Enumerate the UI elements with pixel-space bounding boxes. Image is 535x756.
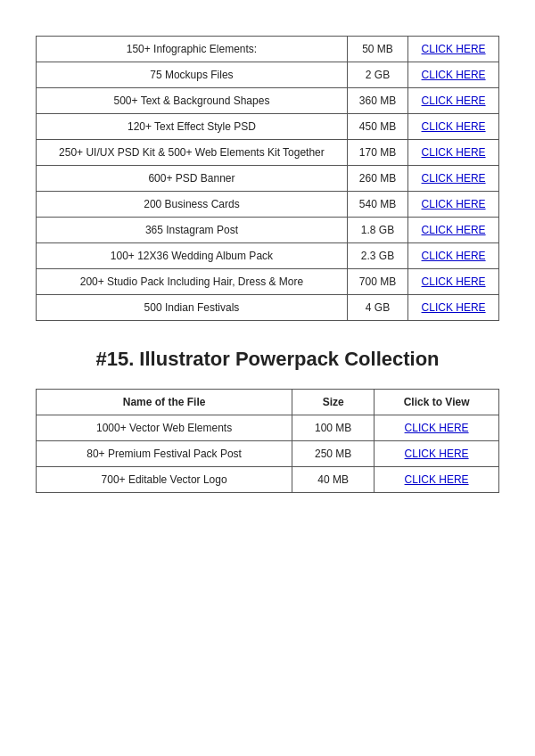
click-here-link[interactable]: CLICK HERE xyxy=(405,422,469,434)
file-size: 260 MB xyxy=(347,166,407,192)
table-row: 200 Business Cards 540 MB CLICK HERE xyxy=(37,192,499,218)
table-row: 150+ Infographic Elements: 50 MB CLICK H… xyxy=(37,37,499,62)
file-size: 4 GB xyxy=(347,295,407,321)
click-here-link[interactable]: CLICK HERE xyxy=(422,43,486,55)
table-row: 120+ Text Effect Style PSD 450 MB CLICK … xyxy=(37,114,499,140)
table-row: 100+ 12X36 Wedding Album Pack 2.3 GB CLI… xyxy=(37,243,499,269)
file-size: 2 GB xyxy=(347,62,407,88)
file-name: 700+ Editable Vector Logo xyxy=(37,467,292,493)
click-link-cell[interactable]: CLICK HERE xyxy=(374,467,499,493)
click-link-cell[interactable]: CLICK HERE xyxy=(408,114,499,140)
file-size: 250 MB xyxy=(292,441,374,467)
file-name: 1000+ Vector Web Elements xyxy=(37,415,292,441)
file-size: 360 MB xyxy=(347,88,407,114)
click-link-cell[interactable]: CLICK HERE xyxy=(408,192,499,218)
table-row: 700+ Editable Vector Logo 40 MB CLICK HE… xyxy=(37,467,499,493)
col-header-name: Name of the File xyxy=(37,390,292,415)
file-name: 500+ Text & Background Shapes xyxy=(37,88,348,114)
file-name: 75 Mockups Files xyxy=(37,62,348,88)
col-header-size: Size xyxy=(292,390,374,415)
file-size: 700 MB xyxy=(347,269,407,295)
click-link-cell[interactable]: CLICK HERE xyxy=(408,166,499,192)
section2-title: #15. Illustrator Powerpack Collection xyxy=(36,348,499,371)
click-link-cell[interactable]: CLICK HERE xyxy=(374,415,499,441)
click-here-link[interactable]: CLICK HERE xyxy=(422,69,486,81)
table-row: 80+ Premium Festival Pack Post 250 MB CL… xyxy=(37,441,499,467)
click-here-link[interactable]: CLICK HERE xyxy=(422,275,486,288)
file-name: 365 Instagram Post xyxy=(37,218,348,243)
click-here-link[interactable]: CLICK HERE xyxy=(405,473,469,486)
file-name: 80+ Premium Festival Pack Post xyxy=(37,441,292,467)
click-link-cell[interactable]: CLICK HERE xyxy=(408,62,499,88)
table-row: 600+ PSD Banner 260 MB CLICK HERE xyxy=(37,166,499,192)
file-name: 500 Indian Festivals xyxy=(37,295,348,321)
file-size: 450 MB xyxy=(347,114,407,140)
click-here-link[interactable]: CLICK HERE xyxy=(422,224,486,236)
click-link-cell[interactable]: CLICK HERE xyxy=(408,218,499,243)
click-link-cell[interactable]: CLICK HERE xyxy=(408,88,499,114)
click-here-link[interactable]: CLICK HERE xyxy=(422,250,486,262)
click-link-cell[interactable]: CLICK HERE xyxy=(408,295,499,321)
click-here-link[interactable]: CLICK HERE xyxy=(422,301,486,314)
file-size: 540 MB xyxy=(347,192,407,218)
file-name: 150+ Infographic Elements: xyxy=(37,37,348,62)
file-size: 100 MB xyxy=(292,415,374,441)
click-link-cell[interactable]: CLICK HERE xyxy=(408,243,499,269)
file-size: 40 MB xyxy=(292,467,374,493)
file-name: 200+ Studio Pack Including Hair, Dress &… xyxy=(37,269,348,295)
click-here-link[interactable]: CLICK HERE xyxy=(422,172,486,185)
click-here-link[interactable]: CLICK HERE xyxy=(422,120,486,133)
file-size: 1.8 GB xyxy=(347,218,407,243)
file-name: 120+ Text Effect Style PSD xyxy=(37,114,348,140)
table-row: 365 Instagram Post 1.8 GB CLICK HERE xyxy=(37,218,499,243)
click-here-link[interactable]: CLICK HERE xyxy=(422,198,486,210)
file-name: 600+ PSD Banner xyxy=(37,166,348,192)
file-name: 250+ UI/UX PSD Kit & 500+ Web Elements K… xyxy=(37,140,348,166)
table-row: 500 Indian Festivals 4 GB CLICK HERE xyxy=(37,295,499,321)
table-row: 500+ Text & Background Shapes 360 MB CLI… xyxy=(37,88,499,114)
table2: Name of the File Size Click to View 1000… xyxy=(36,389,499,493)
file-name: 100+ 12X36 Wedding Album Pack xyxy=(37,243,348,269)
click-here-link[interactable]: CLICK HERE xyxy=(422,94,486,107)
click-link-cell[interactable]: CLICK HERE xyxy=(374,441,499,467)
col-header-action: Click to View xyxy=(374,390,499,415)
click-here-link[interactable]: CLICK HERE xyxy=(422,146,486,159)
click-link-cell[interactable]: CLICK HERE xyxy=(408,140,499,166)
click-here-link[interactable]: CLICK HERE xyxy=(405,448,469,460)
table-row: 250+ UI/UX PSD Kit & 500+ Web Elements K… xyxy=(37,140,499,166)
file-size: 50 MB xyxy=(347,37,407,62)
table-row: 1000+ Vector Web Elements 100 MB CLICK H… xyxy=(37,415,499,441)
file-size: 170 MB xyxy=(347,140,407,166)
click-link-cell[interactable]: CLICK HERE xyxy=(408,269,499,295)
file-name: 200 Business Cards xyxy=(37,192,348,218)
table1: 150+ Infographic Elements: 50 MB CLICK H… xyxy=(36,36,499,321)
file-size: 2.3 GB xyxy=(347,243,407,269)
table-row: 200+ Studio Pack Including Hair, Dress &… xyxy=(37,269,499,295)
click-link-cell[interactable]: CLICK HERE xyxy=(408,37,499,62)
table-row: 75 Mockups Files 2 GB CLICK HERE xyxy=(37,62,499,88)
